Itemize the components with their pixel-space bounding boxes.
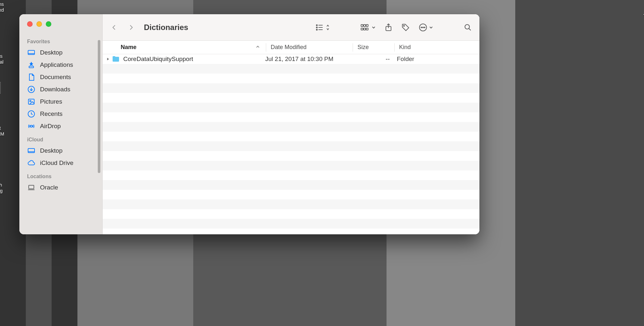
disclosure-triangle-icon[interactable]: [105, 57, 111, 61]
svg-point-28: [424, 27, 425, 28]
finder-window: Favorites Desktop Applications Documents: [19, 14, 479, 234]
file-row[interactable]: CoreDataUbiquitySupport Jul 21, 2017 at …: [103, 54, 479, 64]
empty-row: [103, 141, 479, 151]
sidebar-item-label: Pictures: [40, 98, 62, 105]
chevron-down-icon: [429, 25, 433, 29]
empty-row: [103, 103, 479, 112]
desktop-item-label: not: [0, 125, 10, 131]
forward-button[interactable]: [125, 22, 137, 33]
sidebar-item-desktop[interactable]: Desktop: [19, 46, 102, 59]
desktop-item[interactable]: [0, 82, 8, 95]
recents-icon: [27, 110, 35, 118]
empty-row: [103, 151, 479, 161]
desktop-item-label: uth: [0, 182, 12, 188]
desktop-item-label: .jpg: [0, 188, 12, 194]
tags-button[interactable]: [401, 22, 410, 33]
sidebar-item-airdrop[interactable]: AirDrop: [19, 120, 102, 132]
svg-point-11: [317, 25, 317, 25]
svg-marker-31: [107, 58, 109, 60]
column-header-kind[interactable]: Kind: [395, 44, 479, 51]
svg-line-30: [469, 28, 471, 30]
sidebar-item-icloud-drive[interactable]: iCloud Drive: [19, 157, 102, 169]
empty-row: [103, 180, 479, 190]
desktop-item-label: Viral: [0, 59, 12, 65]
zoom-button[interactable]: [46, 21, 51, 27]
desktop-item[interactable]: TO: [634, 13, 644, 19]
downloads-icon: [27, 85, 35, 94]
sidebar-section-locations: Locations: [19, 169, 102, 181]
sidebar-item-label: AirDrop: [40, 123, 61, 130]
back-button[interactable]: [108, 22, 120, 33]
minimize-button[interactable]: [36, 21, 42, 27]
chevron-down-icon: [372, 25, 376, 29]
empty-row: [103, 161, 479, 170]
svg-rect-4: [28, 99, 34, 104]
empty-row: [103, 170, 479, 180]
empty-row: [103, 190, 479, 199]
airdrop-icon: [27, 122, 35, 130]
group-by-button[interactable]: [361, 22, 376, 33]
sidebar-item-documents[interactable]: Documents: [19, 71, 102, 83]
applications-icon: [27, 61, 35, 69]
svg-point-26: [421, 27, 422, 28]
sidebar-item-label: Desktop: [40, 49, 63, 56]
desktop-item[interactable]: lms oxd: [0, 1, 13, 13]
desktop-item[interactable]: ites Viral: [0, 53, 12, 65]
svg-rect-19: [366, 25, 368, 26]
desktop-item[interactable]: uth .jpg: [0, 182, 12, 194]
column-header-label: Size: [357, 44, 369, 51]
desktop-icon: [27, 48, 35, 57]
laptop-icon: [27, 183, 35, 192]
window-title: Dictionaries: [144, 23, 188, 32]
column-header-name[interactable]: Name: [121, 44, 266, 51]
share-button[interactable]: [385, 22, 392, 33]
toolbar: Dictionaries: [103, 14, 479, 41]
sidebar-item-label: Downloads: [40, 86, 70, 93]
sidebar-item-pictures[interactable]: Pictures: [19, 96, 102, 108]
desktop-item[interactable]: not 33 AM: [0, 125, 10, 137]
documents-icon: [27, 73, 35, 81]
sidebar-item-label: Recents: [40, 110, 63, 117]
sidebar-item-icloud-desktop[interactable]: Desktop: [19, 145, 102, 157]
sidebar-item-applications[interactable]: Applications: [19, 59, 102, 71]
file-name: CoreDataUbiquitySupport: [123, 56, 193, 63]
search-button[interactable]: [464, 22, 472, 33]
main-pane: Dictionaries: [103, 14, 479, 234]
sidebar-section-icloud: iCloud: [19, 132, 102, 145]
close-button[interactable]: [27, 21, 33, 27]
desktop-item-label: TO: [634, 13, 644, 19]
svg-point-5: [30, 100, 31, 102]
sidebar: Favorites Desktop Applications Documents: [19, 14, 103, 234]
toolbar-controls: [316, 22, 472, 33]
sidebar-item-label: Desktop: [40, 147, 63, 154]
window-controls: [19, 14, 102, 33]
desktop-item-label: ites: [0, 53, 12, 59]
column-header-size[interactable]: Size: [353, 44, 394, 51]
sidebar-item-label: Applications: [40, 61, 73, 68]
svg-rect-21: [364, 28, 366, 30]
desktop-item-label: oxd: [0, 7, 13, 13]
svg-point-29: [465, 25, 469, 29]
empty-row: [103, 132, 479, 141]
icloud-icon: [27, 159, 35, 167]
empty-row: [103, 122, 479, 132]
thumbnail-icon: [0, 82, 1, 94]
more-actions-button[interactable]: [419, 22, 433, 33]
svg-rect-0: [28, 50, 35, 55]
sidebar-item-downloads[interactable]: Downloads: [19, 83, 102, 96]
svg-point-24: [403, 25, 404, 26]
sort-ascending-icon: [256, 44, 260, 51]
empty-row: [103, 112, 479, 122]
sidebar-item-oracle[interactable]: Oracle: [19, 181, 102, 194]
svg-rect-18: [364, 25, 366, 26]
sidebar-section-favorites: Favorites: [19, 34, 102, 46]
view-mode-list-button[interactable]: [316, 22, 330, 33]
column-header-row: Name Date Modified Size Kind: [103, 41, 479, 54]
sidebar-item-recents[interactable]: Recents: [19, 108, 102, 120]
sidebar-scrollbar[interactable]: [98, 40, 100, 173]
column-header-date[interactable]: Date Modified: [266, 44, 353, 51]
column-header-label: Kind: [399, 44, 411, 51]
svg-rect-17: [361, 25, 363, 26]
empty-row: [103, 74, 479, 83]
file-date: Jul 21, 2017 at 10:30 PM: [265, 56, 356, 63]
